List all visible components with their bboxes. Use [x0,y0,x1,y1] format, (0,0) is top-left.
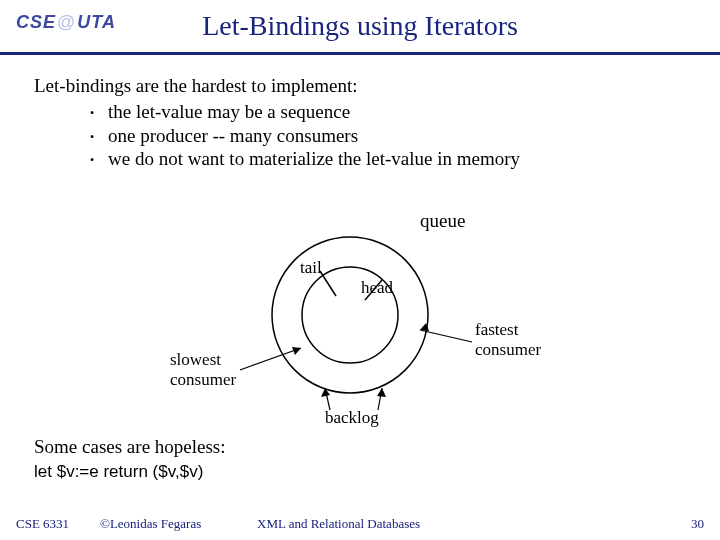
body-text: Let-bindings are the hardest to implemen… [34,74,696,171]
footer-copyright: ©Leonidas Fegaras [100,516,201,532]
svg-point-0 [272,237,428,393]
label-slowest: slowest consumer [170,350,236,390]
footer-course: CSE 6331 [16,516,69,532]
bullet-item: the let-value may be a sequence [90,100,696,124]
label-head: head [361,278,393,298]
bullet-item: we do not want to materialize the let-va… [90,147,696,171]
svg-line-2 [320,271,336,296]
svg-line-6 [420,330,472,342]
hopeless-line: Some cases are hopeless: [34,436,226,458]
label-fastest: fastest consumer [475,320,541,360]
title-rule [0,52,720,55]
svg-marker-11 [377,388,386,397]
let-expression: let $v:=e return ($v,$v) [34,462,203,482]
lead-line: Let-bindings are the hardest to implemen… [34,74,696,98]
slide-title: Let-Bindings using Iterators [0,10,720,42]
queue-diagram: queue tail head slowest consumer fastest… [120,200,600,420]
footer-topic: XML and Relational Databases [257,516,420,532]
footer-page: 30 [691,516,704,532]
label-tail: tail [300,258,322,278]
label-backlog: backlog [325,408,379,428]
label-queue: queue [420,210,465,232]
bullet-item: one producer -- many consumers [90,124,696,148]
